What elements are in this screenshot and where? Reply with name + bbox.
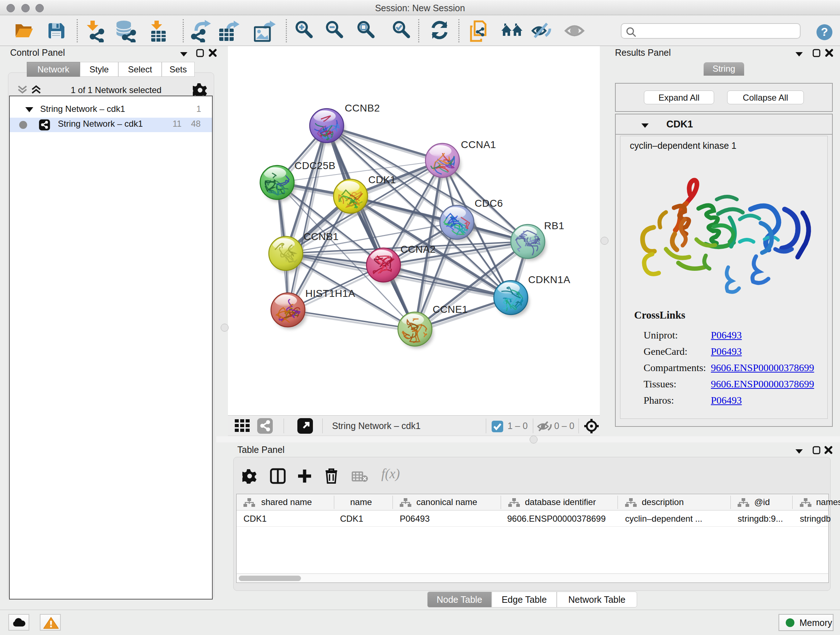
svg-text:?: ? bbox=[821, 25, 828, 38]
